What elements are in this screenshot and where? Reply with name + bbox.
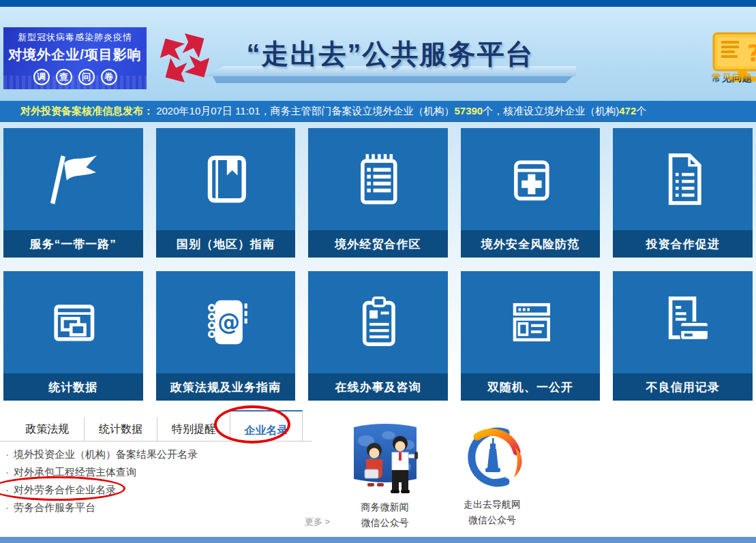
badge-wen: 问 — [78, 69, 95, 85]
badge-juan: 卷 — [101, 69, 117, 85]
page: 新型冠状病毒感染肺炎疫情 对境外企业/项目影响 调 查 问 卷 “走出去”公共服… — [0, 0, 756, 543]
tile-label: 政策法规及业务指南 — [156, 373, 296, 401]
covid-survey-banner[interactable]: 新型冠状病毒感染肺炎疫情 对境外企业/项目影响 调 查 问 卷 — [3, 27, 147, 89]
tile-double-random[interactable]: 双随机、一公开 — [461, 271, 601, 401]
stats-window-icon — [42, 291, 104, 354]
svg-text:?: ? — [747, 40, 756, 67]
tile-belt-and-road[interactable]: 服务“一带一路” — [3, 128, 143, 258]
tile-label: 境外安全风险防范 — [461, 230, 601, 258]
account-caption-line1: 商务微新闻 — [342, 499, 427, 515]
info-label: 对外投资备案核准信息发布： — [20, 105, 153, 117]
account-caption-line2: 微信公众号 — [444, 512, 540, 528]
account-caption-line1: 走出去导航网 — [444, 497, 540, 512]
tile-bad-credit[interactable]: 不良信用记录 — [613, 271, 753, 401]
flag-icon — [42, 148, 104, 211]
site-title: “走出去”公共服务平台 — [205, 35, 576, 73]
link-list: 境外投资企业（机构）备案结果公开名录 对外承包工程经营主体查询 对外劳务合作企业… — [5, 446, 305, 516]
tile-label: 统计数据 — [3, 373, 143, 401]
info-segment1: 2020年10月07日 11:01，商务主管部门备案设立境外企业（机构） — [153, 105, 455, 117]
news-anchors-image — [351, 420, 419, 494]
clipboard-icon — [346, 291, 409, 354]
tile-coop-zones[interactable]: 境外经贸合作区 — [308, 128, 448, 258]
wechat-account-news: 商务微新闻 微信公众号 — [342, 420, 427, 531]
info-segment3: 个 — [636, 105, 646, 117]
tile-investment-promotion[interactable]: 投资合作促进 — [613, 128, 753, 258]
tab-special-reminder[interactable]: 特别提醒 — [157, 417, 230, 441]
faq-label[interactable]: 常见问题 — [712, 72, 755, 84]
tile-policy-guide[interactable]: @ 政策法规及业务指南 — [156, 271, 296, 401]
info-segment2: 个，核准设立境外企业（机构) — [483, 105, 619, 117]
tile-label: 不良信用记录 — [613, 373, 753, 401]
badge-cha: 查 — [56, 69, 72, 85]
tile-label: 在线办事及咨询 — [308, 373, 448, 401]
tile-label: 投资合作促进 — [613, 230, 753, 258]
book-bookmark-icon — [194, 148, 257, 211]
first-aid-box-icon — [499, 148, 562, 211]
list-item-overseas-filing-directory[interactable]: 境外投资企业（机构）备案结果公开名录 — [5, 446, 305, 463]
top-accent-bar — [0, 0, 756, 7]
account-caption-line2: 微信公众号 — [342, 515, 427, 531]
document-list-icon — [652, 148, 714, 211]
promo-line1: 新型冠状病毒感染肺炎疫情 — [18, 31, 132, 44]
wechat-account-navnet: 走出去导航网 微信公众号 — [444, 420, 540, 528]
navnet-logo-image — [458, 423, 526, 491]
tile-label: 服务“一带一路” — [3, 230, 143, 258]
promo-badges: 调 查 问 卷 — [33, 69, 117, 85]
tile-label: 双随机、一公开 — [461, 373, 601, 401]
tile-security-risk[interactable]: 境外安全风险防范 — [461, 128, 601, 258]
info-count-filed: 57390 — [455, 105, 483, 117]
tab-policy[interactable]: 政策法规 — [11, 417, 84, 441]
browser-form-icon — [499, 291, 562, 354]
badge-diao: 调 — [33, 69, 50, 85]
address-book-icon: @ — [194, 291, 257, 354]
svg-text:@: @ — [217, 309, 240, 335]
tile-country-guide[interactable]: 国别（地区）指南 — [156, 128, 296, 258]
info-count-approved: 472 — [619, 105, 636, 117]
notepad-icon — [346, 148, 409, 211]
more-link[interactable]: 更多 > — [305, 516, 330, 528]
tile-label: 国别（地区）指南 — [156, 230, 296, 258]
tile-statistics[interactable]: 统计数据 — [3, 271, 143, 401]
title-pedestal-front — [213, 76, 573, 83]
tab-statistics[interactable]: 统计数据 — [84, 417, 157, 441]
info-bar: 对外投资备案核准信息发布： 2020年10月07日 11:01，商务主管部门备案… — [0, 101, 756, 122]
tiles-grid: 服务“一带一路” 国别（地区）指南 — [3, 128, 753, 401]
credit-record-icon — [652, 291, 714, 354]
bottom-bar — [0, 537, 756, 543]
list-item-labor-coop-directory[interactable]: 对外劳务合作企业名录 — [5, 481, 305, 499]
header: 新型冠状病毒感染肺炎疫情 对境外企业/项目影响 调 查 问 卷 “走出去”公共服… — [0, 7, 756, 101]
tile-label: 境外经贸合作区 — [308, 230, 448, 258]
promo-line2: 对境外企业/项目影响 — [8, 46, 142, 64]
tab-bar: 政策法规 统计数据 特别提醒 企业名录 — [0, 417, 312, 441]
tab-enterprise-directory[interactable]: 企业名录 — [230, 410, 303, 441]
list-item-labor-service-platform[interactable]: 劳务合作服务平台 — [5, 499, 305, 516]
tile-online-services[interactable]: 在线办事及咨询 — [308, 271, 448, 401]
list-item-contracting-entities-query[interactable]: 对外承包工程经营主体查询 — [5, 463, 305, 481]
